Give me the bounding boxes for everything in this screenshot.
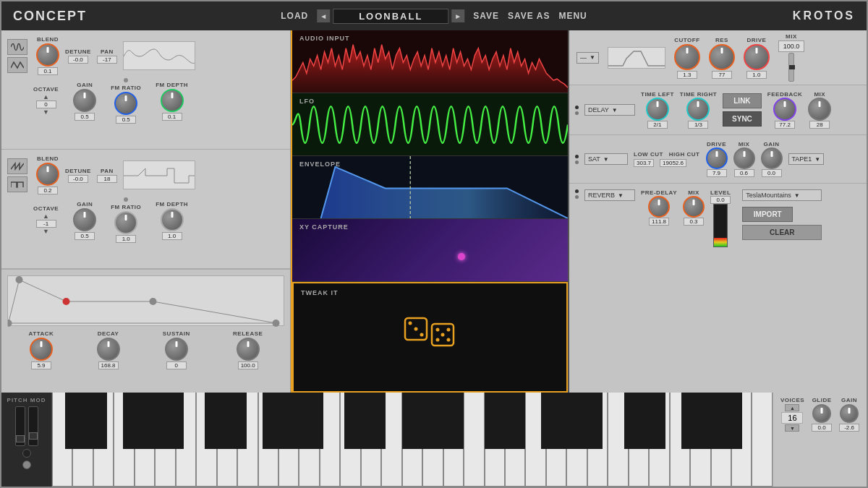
osc1-fm-ratio-knob[interactable]: [114, 92, 137, 115]
tweak-it-dice-icon[interactable]: [401, 311, 459, 364]
osc1-fm-depth-knob[interactable]: [161, 89, 184, 112]
sat-drive-group: DRIVE 7.9: [706, 141, 728, 177]
reverb-predelay-value: 111.8: [649, 218, 669, 226]
osc2-gain-knob[interactable]: [73, 208, 96, 231]
attack-label: ATTACK: [29, 330, 54, 337]
pitch-dot-2[interactable]: [22, 461, 31, 469]
filter-shape-dropdown[interactable]: — ▼: [576, 52, 599, 64]
black-key-5[interactable]: [162, 393, 184, 449]
black-key-17[interactable]: [503, 393, 525, 449]
black-key-13[interactable]: [402, 393, 424, 449]
import-button[interactable]: IMPORT: [742, 207, 793, 222]
time-left-knob[interactable]: [646, 98, 669, 121]
black-key-15[interactable]: [442, 393, 464, 449]
sustain-knob[interactable]: [165, 338, 188, 361]
osc1-octave-up[interactable]: ▲: [43, 93, 49, 100]
black-key-25[interactable]: [720, 393, 742, 449]
osc2-bottom-row: OCTAVE ▲ -1 ▼ GAIN 0.5: [7, 197, 284, 243]
reverb-label: REVERB: [588, 192, 615, 199]
pitch-dot-1[interactable]: [22, 449, 31, 458]
release-knob[interactable]: [237, 338, 260, 361]
black-key-7[interactable]: [225, 393, 247, 449]
white-key-21[interactable]: [464, 393, 484, 487]
reverb-dot1: [575, 189, 579, 193]
black-key-12[interactable]: [364, 393, 386, 449]
osc2-wave-square[interactable]: [7, 176, 27, 192]
tweak-it-section[interactable]: TWEAK IT: [292, 282, 568, 393]
cutoff-knob[interactable]: [674, 44, 700, 70]
preset-prev-button[interactable]: ◄: [317, 9, 330, 22]
black-key-9[interactable]: [282, 393, 304, 449]
pitch-slider-left[interactable]: [15, 406, 25, 446]
black-key-4[interactable]: [142, 393, 164, 449]
reverb-predelay-knob[interactable]: [648, 196, 670, 218]
filter-mix-slider[interactable]: [788, 53, 794, 82]
filter-drive-knob[interactable]: [744, 44, 770, 70]
clear-button[interactable]: CLEAR: [742, 225, 822, 240]
link-button[interactable]: LINK: [723, 93, 762, 108]
osc2-octave-up[interactable]: ▲: [43, 213, 49, 220]
preset-next-button[interactable]: ►: [451, 9, 464, 22]
sat-tape-dropdown[interactable]: TAPE1 ▼: [788, 153, 825, 165]
osc1-octave-value: 0: [36, 100, 56, 108]
save-button[interactable]: SAVE: [473, 11, 499, 21]
delay-feedback-knob[interactable]: [773, 98, 796, 121]
sync-button[interactable]: SYNC: [723, 111, 762, 127]
pitch-slider-right[interactable]: [28, 406, 38, 446]
decay-label: DECAY: [98, 330, 119, 337]
osc1-wave-triangle[interactable]: [7, 57, 27, 73]
release-value: 100.0: [238, 361, 258, 369]
black-key-18[interactable]: [541, 393, 563, 449]
left-panel: BLEND 0.1 DETUNE -0.0 PAN -17: [1, 30, 291, 393]
osc1-gain-knob[interactable]: [73, 89, 96, 112]
black-key-2[interactable]: [85, 393, 107, 449]
menu-button[interactable]: MENU: [558, 11, 587, 21]
black-key-14[interactable]: [422, 393, 443, 449]
black-key-19[interactable]: [561, 393, 583, 449]
reverb-type-dropdown[interactable]: REVERB ▼: [584, 189, 635, 201]
black-key-22[interactable]: [644, 393, 665, 449]
osc1-wave-sine[interactable]: [7, 39, 27, 55]
black-key-3[interactable]: [123, 393, 145, 449]
black-key-16[interactable]: [485, 393, 506, 449]
sat-type-dropdown[interactable]: SAT ▼: [584, 153, 628, 165]
voices-down-button[interactable]: ▼: [785, 424, 799, 432]
piano-keyboard[interactable]: [52, 393, 773, 487]
glide-knob[interactable]: [812, 404, 831, 423]
sat-mix-knob[interactable]: [733, 147, 755, 169]
black-key-23[interactable]: [681, 393, 703, 449]
delay-type-dropdown[interactable]: DELAY ▼: [584, 104, 635, 116]
osc1-octave-down[interactable]: ▼: [43, 108, 49, 116]
black-key-10[interactable]: [302, 393, 324, 449]
sat-drive-knob[interactable]: [706, 147, 728, 169]
svg-point-10: [414, 327, 417, 330]
white-key-35[interactable]: [752, 393, 772, 487]
load-button[interactable]: LOAD: [281, 11, 308, 21]
osc2-octave-down[interactable]: ▼: [43, 228, 49, 235]
decay-knob[interactable]: [97, 338, 120, 361]
reverb-preset-dropdown[interactable]: TeslaMountains ▼: [742, 189, 822, 201]
osc1-blend-knob[interactable]: [36, 43, 59, 67]
sat-gain-knob[interactable]: [761, 147, 783, 169]
xy-capture-section[interactable]: XY CAPTURE: [292, 219, 568, 282]
black-key-11[interactable]: [344, 393, 366, 449]
black-key-8[interactable]: [263, 393, 284, 449]
keyboard-gain-knob[interactable]: [840, 404, 859, 423]
voices-up-button[interactable]: ▲: [785, 404, 799, 411]
black-key-6[interactable]: [205, 393, 226, 449]
attack-knob[interactable]: [30, 338, 53, 361]
save-as-button[interactable]: SAVE AS: [508, 11, 550, 21]
res-knob[interactable]: [709, 44, 735, 70]
black-key-20[interactable]: [581, 393, 603, 449]
black-key-1[interactable]: [65, 393, 87, 449]
osc2-fm-depth-knob[interactable]: [161, 208, 184, 231]
osc2-blend-knob[interactable]: [36, 163, 59, 186]
black-key-24[interactable]: [701, 393, 723, 449]
reverb-mix-knob[interactable]: [683, 196, 705, 218]
osc2-wave-saw[interactable]: [7, 158, 27, 174]
time-right-knob[interactable]: [686, 98, 710, 121]
black-key-21[interactable]: [624, 393, 646, 449]
envelope-knobs: ATTACK 5.9 DECAY 168.8 SUSTAIN 0: [7, 330, 284, 369]
delay-mix-knob[interactable]: [808, 98, 831, 121]
osc2-fm-ratio-knob[interactable]: [114, 211, 137, 234]
